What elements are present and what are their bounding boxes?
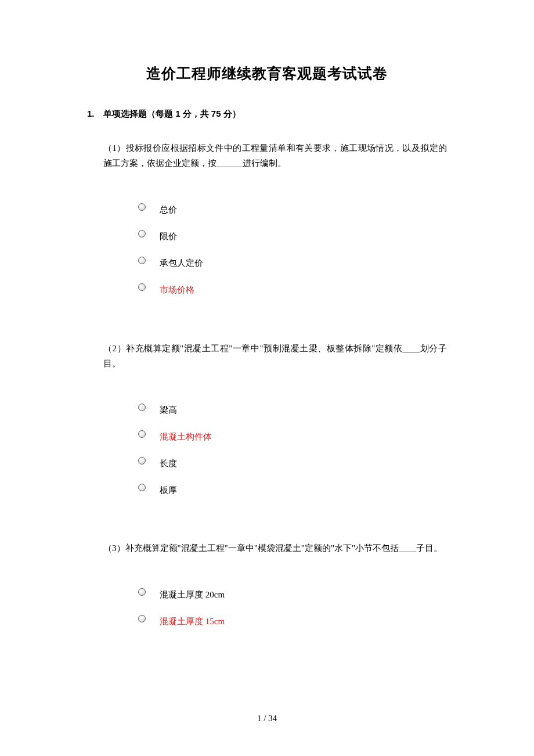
radio-icon[interactable]	[138, 484, 146, 491]
option-label: 板厚	[160, 485, 177, 496]
radio-icon[interactable]	[138, 283, 146, 291]
page-separator: /	[261, 714, 268, 723]
radio-icon[interactable]	[138, 257, 146, 264]
option-row: 混凝土厚度 15cm	[138, 611, 447, 625]
section-header: 1.单项选择题（每题 1 分，共 75 分）	[87, 109, 447, 120]
option-label: 混凝土厚度 20cm	[160, 589, 225, 600]
page-title: 造价工程师继续教育客观题考试试卷	[87, 64, 447, 83]
section-number: 1.	[87, 109, 103, 118]
option-label: 总价	[160, 204, 177, 215]
radio-icon[interactable]	[138, 615, 146, 622]
option-row: 混凝土厚度 20cm	[138, 585, 447, 599]
question-1-options: 总价 限价 承包人定价 市场价格	[138, 200, 447, 294]
question-2-text: （2）补充概算定额"混凝土工程"一章中"预制混凝土梁、板整体拆除"定额依____…	[103, 341, 447, 372]
section-heading: 单项选择题（每题 1 分，共 75 分）	[103, 109, 241, 118]
option-row: 混凝土构件体	[138, 427, 447, 441]
option-label: 市场价格	[160, 285, 194, 296]
question-3-text: （3）补充概算定额"混凝土工程"一章中"模袋混凝土"定额的"水下"小节不包括__…	[103, 541, 447, 556]
total-pages: 34	[268, 714, 277, 723]
option-label: 混凝土构件体	[160, 431, 212, 442]
radio-icon[interactable]	[138, 430, 146, 438]
option-row: 长度	[138, 453, 447, 467]
option-label: 限价	[160, 231, 177, 242]
question-2-options: 梁高 混凝土构件体 长度 板厚	[138, 400, 447, 494]
option-row: 限价	[138, 227, 447, 241]
question-1-text: （1）投标报价应根据招标文件中的工程量清单和有关要求，施工现场情况，以及拟定的施…	[103, 141, 447, 171]
option-row: 市场价格	[138, 280, 447, 294]
radio-icon[interactable]	[138, 230, 146, 237]
radio-icon[interactable]	[138, 203, 146, 211]
radio-icon[interactable]	[138, 404, 146, 411]
option-row: 承包人定价	[138, 254, 447, 268]
option-row: 板厚	[138, 480, 447, 494]
radio-icon[interactable]	[138, 588, 146, 596]
question-3-options: 混凝土厚度 20cm 混凝土厚度 15cm	[138, 585, 447, 625]
radio-icon[interactable]	[138, 457, 146, 465]
option-row: 总价	[138, 200, 447, 214]
option-label: 梁高	[160, 405, 177, 416]
option-row: 梁高	[138, 400, 447, 414]
page-footer: 1 / 34	[0, 714, 534, 723]
option-label: 长度	[160, 458, 177, 469]
option-label: 混凝土厚度 15cm	[160, 616, 225, 627]
option-label: 承包人定价	[160, 258, 203, 269]
